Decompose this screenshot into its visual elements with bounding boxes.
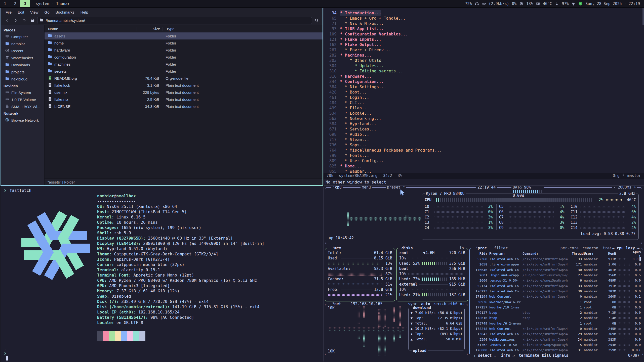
org-heading-line[interactable]: 671 * Services... <box>325 126 644 132</box>
proc-row[interactable]: 178248Web Content/nix/store/sm8fmrf3wps4… <box>470 326 643 331</box>
file-row-secrets[interactable]: secretsFolder <box>45 68 323 75</box>
workspace-button-1[interactable]: 1 <box>0 0 10 7</box>
org-heading-line[interactable]: 384 * Nix Settings... <box>325 84 644 89</box>
search-button[interactable] <box>313 17 320 24</box>
menu-help[interactable]: Help <box>77 8 91 16</box>
proc-header-mem[interactable]: MemB <box>603 252 616 255</box>
org-heading-line[interactable]: 428 * Boot... <box>325 89 644 95</box>
sidebar-item-downloads[interactable]: Downloads <box>1 61 44 68</box>
up-button[interactable] <box>20 17 28 24</box>
org-heading-line[interactable]: 316* Hardware... <box>325 74 644 79</box>
file-row-flake-lock[interactable]: flake.lock3,1 KiBPlain text document <box>45 82 323 89</box>
org-heading-line[interactable]: 534 * Locale... <box>325 111 644 116</box>
disks-box-title[interactable]: disks <box>400 246 414 251</box>
file-row-configuration[interactable]: configurationFolder <box>45 54 323 61</box>
per-core-button[interactable]: per-core <box>559 246 580 251</box>
menu-file[interactable]: File <box>3 8 15 16</box>
org-heading-line[interactable]: 93* TLDR App List... <box>325 26 644 31</box>
proc-row[interactable]: 2660.emacs-31.0.50-/nix/store/wnqz5pa8ra… <box>470 278 643 283</box>
proc-row[interactable]: 179127btopbtop2nambiar7.3M0.0 <box>470 310 643 315</box>
home-button[interactable] <box>29 17 36 24</box>
org-heading-line[interactable]: 764 * Miscellaneous Packages and Program… <box>325 148 644 153</box>
proc-header-user[interactable]: User: <box>584 252 603 255</box>
org-heading-line[interactable]: 267 * Envrc + Direnv... <box>325 47 644 53</box>
proc-row[interactable]: 51762.emacs-31.0.50-/nix/store/wnqz5pa8r… <box>470 342 643 347</box>
proc-box-title[interactable]: ⁴proc <box>474 246 488 251</box>
menu-go[interactable]: Go <box>42 8 53 16</box>
file-row-license[interactable]: LICENSE34,3 KiBPlain text document <box>45 103 323 110</box>
org-heading-line[interactable]: 65 * Emacs + Org + Tangle... <box>325 16 644 21</box>
org-heading-line[interactable]: 825* Home... <box>325 163 644 169</box>
org-heading-line[interactable]: 34* Introduction... <box>325 10 644 16</box>
proc-row[interactable]: 178294Web Content/nix/store/sm8fmrf3wps4… <box>470 294 643 299</box>
shell-prompt[interactable] <box>4 352 8 360</box>
workspace-button-3[interactable]: 3 <box>20 0 30 7</box>
menu-view[interactable]: View <box>27 8 42 16</box>
proc-row[interactable]: 13642Isolated Web Co/nix/store/sm8fmrf3w… <box>470 331 643 337</box>
proc-row[interactable]: 2658.firefox-wrappe/nix/store/sm8fmrf3wp… <box>470 262 643 267</box>
fastfetch-terminal[interactable]: fastfetch nambiar@smallbox--------------… <box>1 186 324 362</box>
proc-row[interactable]: 178616btopbtop2nambiar7.4M0.0 <box>470 315 643 321</box>
org-heading-line[interactable]: 499 * Files... <box>325 105 644 111</box>
proc-row[interactable]: 3390WebExtensions/nix/store/sm8fmrf3wps4… <box>470 337 643 342</box>
proc-row[interactable]: 2601.Hyprland-wrapp/run/current-system/s… <box>470 273 643 278</box>
proc-row[interactable]: 175749kworker/6:2-even1root0B0.0 <box>470 321 643 326</box>
proc-footer-0[interactable]: ↑ select ↓ <box>472 353 497 358</box>
org-heading-line[interactable]: 344* Configuration... <box>325 79 644 84</box>
org-heading-line[interactable]: 736 * Sops... <box>325 142 644 148</box>
update-interval[interactable]: - 2000ms + <box>612 186 637 190</box>
proc-header-threads[interactable]: Threads: <box>572 252 582 255</box>
proc-header-program[interactable]: Program: <box>489 252 522 255</box>
org-heading-line[interactable]: 809 * User Config... <box>325 158 644 163</box>
proc-footer-1[interactable]: info ↵ <box>500 353 516 358</box>
sidebar-item-1-0-tb-volume[interactable]: 1,0 TB Volume <box>1 96 44 103</box>
column-header-type[interactable]: Type <box>163 27 323 31</box>
io-toggle[interactable]: io <box>458 246 465 251</box>
file-row-readme-org[interactable]: README.org76,4 KiBOrg-mode file <box>45 75 323 82</box>
menu-edit[interactable]: Edit <box>15 8 27 16</box>
preset-button[interactable]: preset * <box>386 186 406 190</box>
org-heading-line[interactable]: 698 * Audio... <box>325 132 644 137</box>
sidebar-item-computer[interactable]: Computer <box>1 33 44 40</box>
filter-button[interactable]: filter <box>493 246 509 251</box>
forward-button[interactable] <box>12 17 19 24</box>
file-row-machines[interactable]: machinesFolder <box>45 61 323 68</box>
org-heading-line[interactable]: 71 * Nix & Nixos... <box>325 21 644 26</box>
org-heading-line[interactable]: 303 * Other Utils <box>325 58 644 63</box>
org-heading-line[interactable]: 304 * Updates... <box>325 63 644 68</box>
sidebar-item-nambiar[interactable]: nambiar <box>1 40 44 47</box>
emacs-buffer[interactable]: 34* Introduction...65 * Emacs + Org + Ta… <box>324 8 644 173</box>
column-header-size[interactable]: Size <box>137 27 163 31</box>
proc-footer-2[interactable]: terminate <box>517 353 540 358</box>
proc-scrollbar-thumb[interactable] <box>639 257 641 261</box>
proc-row[interactable]: 38936kworker/u64:6-kc1root0B0.0 <box>470 299 643 304</box>
reverse-button[interactable]: reverse <box>581 246 599 251</box>
proc-footer-4[interactable]: signals <box>551 353 570 358</box>
cpu-box-title[interactable]: ¹cpu <box>331 186 343 190</box>
org-heading-line[interactable]: 310 * Editing secrets... <box>325 68 644 74</box>
org-heading-line[interactable]: 484 * CLI... <box>325 100 644 105</box>
sidebar-item-projects[interactable]: projects <box>1 68 44 75</box>
proc-header-command[interactable]: Command: <box>522 252 572 255</box>
file-row-assets[interactable]: assetsFolder <box>45 32 323 39</box>
proc-row[interactable]: 176000Isolated Web Co/nix/store/sm8fmrf3… <box>470 347 643 353</box>
proc-row[interactable]: 52368Isolated Web Co/nix/store/sm8fmrf3w… <box>470 256 643 262</box>
org-heading-line[interactable]: 855 * Waubar... <box>325 169 644 173</box>
path-bar[interactable]: /home/nambiar/system/ <box>37 17 312 24</box>
sidebar-item-browse-network[interactable]: Browse Network <box>1 117 44 124</box>
org-heading-line[interactable]: 461 * Login... <box>325 95 644 100</box>
sidebar-item-nextcloud[interactable]: nextcloud <box>1 75 44 82</box>
proc-row[interactable]: 176223Isolated Web Co/nix/store/sm8fmrf3… <box>470 289 643 294</box>
sidebar-item-smallbox-wi-[interactable]: SMALLBOX Wi... <box>1 103 44 110</box>
org-heading-line[interactable]: 717 * Steam... <box>325 137 644 142</box>
org-heading-line[interactable]: 799 * Fonts... <box>325 153 644 158</box>
menu-bookmarks[interactable]: Bookmarks <box>53 8 77 16</box>
emacs-scrollbar[interactable] <box>642 8 644 25</box>
sidebar-item-recent[interactable]: Recent <box>1 47 44 54</box>
org-heading-line[interactable]: 282* Machines... <box>325 53 644 58</box>
file-row-home[interactable]: homeFolder <box>45 39 323 47</box>
proc-footer-3[interactable]: kill <box>541 353 552 358</box>
org-heading-line[interactable]: 563 * Networking... <box>325 116 644 121</box>
interface-switcher[interactable]: ←b eth0 n→ <box>440 301 466 306</box>
org-heading-line[interactable]: 121* Flake Inputs... <box>325 37 644 42</box>
